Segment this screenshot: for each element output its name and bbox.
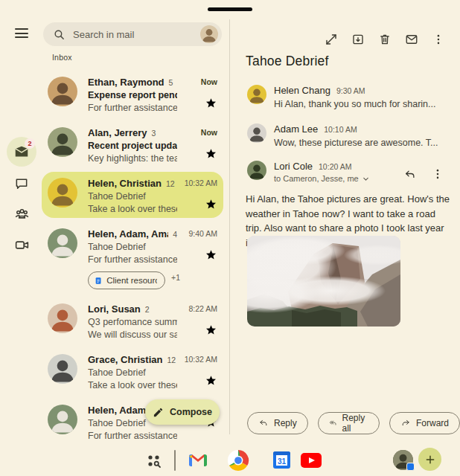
yosemite-photo[interactable]: [247, 236, 400, 327]
calendar-app-icon[interactable]: 31: [272, 451, 291, 469]
rail-mail-tab[interactable]: 2: [7, 137, 36, 167]
youtube-app-icon[interactable]: [301, 453, 322, 468]
rail-chat-tab[interactable]: [7, 169, 36, 199]
message-snippet: Wow, these picturese are awesome. T...: [274, 138, 445, 148]
avatar: [247, 85, 266, 104]
message-sender: Lori Cole: [274, 161, 313, 172]
subject: Tahoe Debrief: [88, 242, 177, 253]
avatar: [48, 303, 77, 333]
delete-icon[interactable]: [378, 33, 392, 46]
subject: Q3 perfomance summary: [88, 317, 177, 328]
avatar: [247, 161, 266, 180]
subject: Tahoe Debrief: [88, 191, 177, 202]
message-collapsed[interactable]: Adam Lee 10:10 AM Wow, these picturese a…: [247, 123, 445, 148]
compose-button[interactable]: Compose: [145, 399, 220, 425]
archive-icon[interactable]: [351, 33, 365, 46]
message-collapsed[interactable]: Helen Chang 9:30 AM Hi Alan, thank you s…: [247, 85, 445, 109]
profile-avatar[interactable]: [200, 25, 218, 43]
timestamp: 8:22 AM: [188, 304, 217, 313]
timestamp: 10:32 AM: [185, 355, 217, 364]
subject: Tahoe Debrief: [88, 367, 177, 379]
reply-all-icon: [329, 418, 337, 428]
message-more-icon[interactable]: [431, 167, 444, 181]
app-drawer-icon[interactable]: [144, 451, 162, 469]
attachment-extra-count: +1: [171, 273, 180, 282]
notification-badge: [406, 463, 415, 471]
sender-names: Alan, Jerrery: [88, 127, 147, 138]
taskbar-divider: [174, 450, 176, 471]
email-list-item[interactable]: Lori, Susan2 Q3 perfomance summary We wi…: [42, 298, 223, 347]
sender-names: Grace, Christian: [88, 354, 162, 365]
snippet: Key highlights: the team has a...: [88, 153, 177, 164]
snippet: For further assistance please...: [88, 103, 177, 114]
reply-all-label: Reply all: [342, 413, 368, 434]
email-list-item[interactable]: Alan, Jerrery3 Recent project updates Ke…: [42, 121, 223, 170]
sender-names: Helen, Adam, Amanda: [88, 228, 168, 239]
snippet: Take a look over these...: [88, 380, 177, 391]
chrome-app-icon[interactable]: [227, 449, 249, 472]
recipients-toggle[interactable]: to Cameron, Jesse, me: [274, 174, 445, 183]
message-actions: Reply Reply all Forward: [247, 412, 460, 434]
rail-meet-tab[interactable]: [7, 230, 36, 260]
thread-title: Tahoe Debrief: [246, 54, 329, 69]
timestamp: Now: [201, 128, 217, 137]
snippet: For further assistance...: [88, 431, 177, 442]
star-toggle[interactable]: [205, 374, 217, 387]
avatar: [48, 127, 77, 157]
reply-button[interactable]: Reply: [247, 412, 308, 434]
star-toggle[interactable]: [205, 248, 217, 261]
reply-icon: [258, 418, 269, 428]
message-time: 10:10 AM: [324, 125, 357, 134]
email-list-item[interactable]: Grace, Christian12 Tahoe Debrief Take a …: [42, 348, 223, 397]
sender-names: Helen, Christian: [88, 178, 162, 189]
expand-icon[interactable]: [325, 33, 338, 46]
reply-icon[interactable]: [403, 168, 417, 181]
menu-icon[interactable]: [15, 28, 28, 38]
gmail-app-icon[interactable]: [188, 453, 208, 468]
attachment-chip[interactable]: Client resource...: [88, 271, 165, 289]
forward-label: Forward: [416, 418, 449, 428]
email-list-item-selected[interactable]: Helen, Christian12 Tahoe Debrief Take a …: [42, 172, 223, 218]
forward-icon: [400, 418, 411, 428]
plus-icon: [424, 454, 436, 466]
rail-spaces-tab[interactable]: [7, 199, 36, 228]
star-toggle[interactable]: [205, 147, 217, 160]
attachment-label: Client resource...: [106, 276, 157, 285]
avatar: [48, 178, 77, 208]
message-time: 9:30 AM: [336, 86, 365, 95]
unread-badge: 2: [25, 138, 35, 149]
thread-count: 3: [152, 129, 156, 138]
search-placeholder: Search in mail: [73, 29, 200, 40]
groups-icon: [13, 205, 31, 222]
chevron-down-icon: [362, 175, 370, 183]
avatar: [48, 405, 77, 434]
reply-all-button[interactable]: Reply all: [318, 412, 380, 434]
thread-count: 5: [169, 78, 173, 87]
sender-names: Lori, Susan: [88, 303, 141, 315]
snippet: We will discuss our sales...: [88, 329, 177, 341]
taskbar-profile-avatar[interactable]: [393, 450, 413, 470]
message-sender: Adam Lee: [274, 123, 318, 135]
timestamp: Now: [201, 77, 217, 86]
mark-unread-icon[interactable]: [405, 33, 418, 46]
snippet: For further assistance...: [88, 254, 177, 266]
document-icon: [95, 276, 102, 286]
more-options-icon[interactable]: [432, 33, 445, 46]
star-toggle[interactable]: [205, 198, 217, 210]
thread-count: 2: [145, 305, 150, 314]
detail-toolbar: [325, 33, 445, 46]
star-toggle[interactable]: [205, 324, 217, 336]
videocam-icon: [14, 237, 30, 253]
add-button[interactable]: [418, 448, 441, 471]
search-bar[interactable]: Search in mail: [43, 22, 222, 46]
avatar: [48, 77, 77, 106]
recipients-label: to Cameron, Jesse, me: [274, 174, 359, 183]
forward-button[interactable]: Forward: [389, 412, 460, 434]
star-toggle[interactable]: [205, 97, 217, 109]
email-list-item[interactable]: Ethan, Raymond5 Expense report pending F…: [42, 71, 223, 120]
email-list-item[interactable]: Helen, Adam, Amanda4 Tahoe Debrief For f…: [42, 222, 223, 294]
inbox-label: Inbox: [52, 53, 72, 62]
subject: Expense report pending: [88, 90, 177, 101]
avatar: [48, 354, 77, 384]
avatar: [247, 123, 266, 143]
